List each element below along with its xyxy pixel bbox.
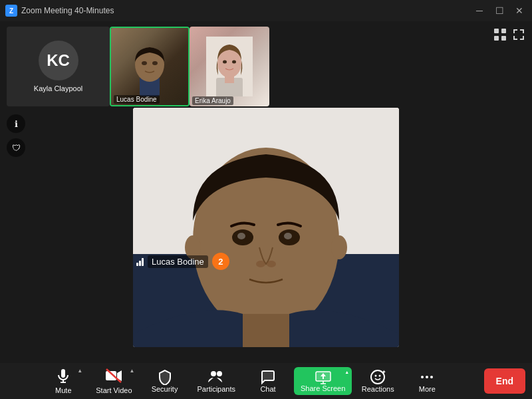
chat-icon	[260, 369, 276, 385]
main-video-svg	[133, 108, 399, 347]
more-label: More	[419, 385, 436, 393]
participant-tile-kc[interactable]: KC Kayla Claypool	[7, 27, 110, 106]
erika-thumb-video	[190, 27, 269, 106]
participants-icon: 3	[207, 369, 225, 385]
share-screen-button[interactable]: Share Screen ▲	[294, 367, 352, 395]
zoom-logo-text: Z	[9, 7, 13, 15]
svg-point-2	[142, 61, 147, 65]
top-right-icons	[493, 28, 525, 45]
signal-bar-1	[136, 263, 138, 266]
svg-text:3: 3	[217, 372, 220, 376]
svg-text:✦: ✦	[382, 369, 386, 375]
svg-point-45	[430, 376, 433, 378]
mute-icon-container	[55, 368, 71, 386]
main-speaker-name: Lucas Bodine	[148, 255, 208, 268]
svg-rect-10	[494, 29, 499, 33]
svg-point-32	[211, 371, 216, 376]
lucas-thumb-video	[111, 28, 188, 105]
svg-point-3	[152, 61, 158, 65]
participant-tile-lucas[interactable]: Lucas Bodine	[110, 27, 190, 106]
mic-icon	[55, 368, 71, 384]
chat-label: Chat	[260, 385, 275, 393]
maximize-button[interactable]: ☐	[492, 3, 507, 18]
svg-point-8	[223, 61, 227, 64]
kc-avatar: KC	[39, 41, 78, 80]
lucas-thumb-face-svg	[126, 37, 173, 96]
svg-point-44	[426, 376, 428, 378]
grid-view-button[interactable]	[493, 28, 507, 45]
signal-icon	[136, 257, 144, 266]
participant-tile-erika[interactable]: Erika Araujo	[190, 27, 269, 106]
info-icon: ℹ	[15, 119, 18, 129]
title-controls: ─ ☐ ✕	[472, 3, 527, 18]
reactions-icon: ✦	[370, 369, 386, 385]
kc-name: Kayla Claypool	[34, 84, 82, 92]
title-bar-left: Z Zoom Meeting 40-Minutes	[5, 5, 114, 17]
end-button[interactable]: End	[484, 368, 525, 394]
title-bar: Z Zoom Meeting 40-Minutes ─ ☐ ✕	[0, 0, 532, 21]
security-info-button[interactable]: 🛡	[7, 138, 25, 157]
grid-icon	[493, 28, 507, 41]
toolbar-center: Mute ▲ Start Video ▲ Security	[7, 365, 484, 397]
svg-point-40	[375, 375, 377, 377]
svg-rect-26	[61, 369, 65, 378]
share-screen-arrow[interactable]: ▲	[344, 370, 349, 374]
start-video-button[interactable]: Start Video ▲	[89, 365, 138, 397]
toolbar: Mute ▲ Start Video ▲ Security	[0, 363, 532, 399]
svg-point-21	[284, 233, 292, 239]
start-video-label: Start Video	[96, 386, 132, 394]
share-screen-label: Share Screen	[301, 384, 345, 392]
more-icon	[419, 369, 435, 385]
main-name-bar: Lucas Bodine 2	[136, 253, 229, 270]
left-side-icons: ℹ 🛡	[7, 114, 25, 157]
security-icon	[157, 369, 173, 385]
svg-point-20	[237, 233, 245, 239]
participant-count-badge: 2	[212, 253, 229, 270]
chat-button[interactable]: Chat	[245, 366, 291, 396]
erika-thumb-name: Erika Araujo	[192, 96, 233, 105]
svg-point-25	[331, 235, 347, 259]
signal-bar-2	[139, 261, 141, 266]
fullscreen-button[interactable]	[512, 28, 525, 45]
svg-point-9	[232, 61, 236, 64]
svg-rect-11	[501, 29, 506, 33]
security-button[interactable]: Security	[142, 366, 188, 396]
video-icon	[105, 368, 122, 384]
thumbnails-row: KC Kayla Claypool Lucas Bodine	[0, 21, 532, 108]
close-button[interactable]: ✕	[512, 3, 527, 18]
more-button[interactable]: More	[404, 366, 450, 396]
erika-thumb-face-svg	[206, 37, 253, 96]
video-arrow[interactable]: ▲	[130, 368, 135, 374]
title-text: Zoom Meeting 40-Minutes	[21, 6, 114, 15]
svg-point-23	[267, 261, 276, 267]
mute-button[interactable]: Mute ▲	[40, 365, 86, 397]
svg-point-43	[421, 376, 424, 378]
participants-button[interactable]: 3 Participants	[191, 366, 242, 396]
security-label: Security	[152, 385, 178, 393]
reactions-label: Reactions	[362, 385, 394, 393]
mute-arrow[interactable]: ▲	[77, 368, 82, 374]
toolbar-right: End	[484, 368, 525, 394]
svg-rect-13	[501, 36, 506, 41]
share-screen-icon	[315, 370, 331, 384]
lucas-thumb-name: Lucas Bodine	[114, 95, 160, 104]
shield-icon: 🛡	[12, 143, 21, 153]
reactions-button[interactable]: ✦ Reactions	[354, 366, 401, 396]
signal-bar-3	[142, 258, 144, 266]
svg-point-41	[379, 375, 381, 377]
svg-rect-12	[494, 36, 499, 41]
svg-rect-17	[243, 314, 289, 347]
info-button[interactable]: ℹ	[7, 114, 25, 133]
main-video-person	[133, 108, 399, 347]
fullscreen-icon	[512, 28, 525, 41]
minimize-button[interactable]: ─	[472, 3, 487, 18]
main-content: KC Kayla Claypool Lucas Bodine	[0, 21, 532, 363]
mute-label: Mute	[55, 386, 71, 394]
video-icon-container	[105, 368, 122, 386]
main-video	[133, 108, 399, 347]
zoom-logo: Z	[5, 5, 17, 17]
participants-label: Participants	[198, 385, 235, 393]
svg-point-22	[256, 261, 265, 267]
